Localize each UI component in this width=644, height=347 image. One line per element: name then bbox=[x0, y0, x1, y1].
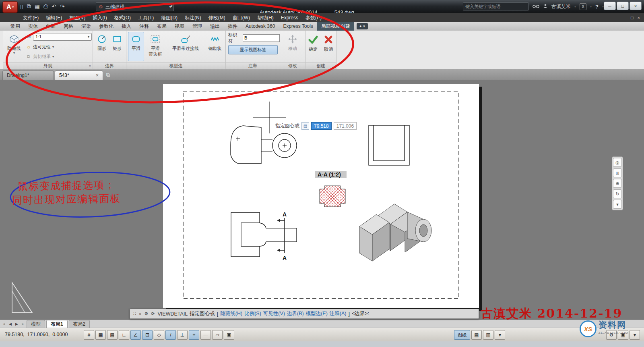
ribbon-tab[interactable]: 管理 bbox=[188, 22, 206, 31]
menu-item[interactable]: 工具(T) bbox=[134, 13, 157, 22]
ribbon-tab[interactable]: 插件 bbox=[224, 22, 242, 31]
coordinate-y-input[interactable]: 171.006 bbox=[334, 122, 357, 130]
ribbon-tab[interactable]: 布局 bbox=[153, 22, 171, 31]
smooth-with-leader-button[interactable]: 平滑带连接线 bbox=[167, 32, 204, 61]
signed-in-user[interactable]: 古滇艾米 bbox=[551, 3, 571, 10]
scale-combo[interactable]: 1:1 ▾ bbox=[33, 33, 92, 41]
recent-commands-icon[interactable]: ⟳ bbox=[151, 311, 155, 316]
tab-layout2[interactable]: 布局2 bbox=[69, 320, 90, 328]
customize-icon[interactable]: ⚙ bbox=[144, 311, 148, 316]
ribbon-tab[interactable]: 网格 bbox=[60, 22, 77, 31]
close-button[interactable]: × bbox=[630, 2, 642, 10]
otrack-toggle[interactable]: / bbox=[165, 330, 176, 340]
show-view-label-toggle[interactable]: 显示视图标签 bbox=[228, 45, 278, 54]
new-drawing-tab-icon[interactable]: ⧉ bbox=[106, 72, 110, 78]
ribbon-tab[interactable]: 视图 bbox=[171, 22, 188, 31]
lineweight-toggle[interactable]: — bbox=[200, 330, 211, 340]
menu-item[interactable]: 标注(N) bbox=[181, 13, 205, 22]
qat-customize-button[interactable]: ▾ bbox=[171, 4, 173, 8]
tab-layout1-active[interactable]: 布局1 bbox=[46, 320, 68, 328]
cancel-button[interactable]: 取消 bbox=[322, 32, 335, 61]
steering-wheel-icon[interactable]: ◎ bbox=[613, 158, 622, 167]
menu-item[interactable]: 绘图(D) bbox=[157, 13, 181, 22]
tray-menu-icon[interactable]: ▾ bbox=[630, 330, 640, 340]
edge-visibility-button[interactable]: ☼ 边可见性 ▾ bbox=[26, 43, 54, 51]
hidden-lines-button[interactable]: 隐藏线 ▾ bbox=[5, 32, 23, 61]
zoom-icon[interactable]: ⊕ bbox=[613, 179, 622, 188]
file-tab-543-active[interactable]: 543* × bbox=[55, 71, 103, 80]
osnap-3d-toggle[interactable]: ◇ bbox=[154, 330, 164, 340]
ribbon-tab[interactable]: Express Tools bbox=[279, 22, 317, 31]
menu-item[interactable]: 修改(M) bbox=[205, 13, 229, 22]
panel-label-appearance[interactable]: 外观 » bbox=[3, 62, 93, 69]
navbar-menu-icon[interactable]: ▾ bbox=[613, 200, 622, 209]
file-tab-drawing1[interactable]: Drawing1* bbox=[2, 71, 54, 80]
coordinate-x-input[interactable]: 79.518 bbox=[311, 122, 332, 130]
model-space-icon[interactable]: ▤ bbox=[471, 330, 482, 340]
menu-item[interactable]: 参数(P) bbox=[302, 13, 325, 22]
infer-constraints-toggle[interactable]: # bbox=[84, 330, 94, 340]
plot-icon[interactable]: ⎙ bbox=[43, 3, 48, 10]
dynamic-input-toggle[interactable]: + bbox=[189, 330, 199, 340]
menu-item[interactable]: 格式(O) bbox=[111, 13, 134, 22]
ducs-toggle[interactable]: ⊥ bbox=[177, 330, 188, 340]
tab-close-icon[interactable]: × bbox=[96, 73, 99, 78]
menu-item[interactable]: Express bbox=[277, 13, 302, 22]
ortho-toggle[interactable]: ∟ bbox=[119, 330, 129, 340]
pan-icon[interactable]: ⊞ bbox=[613, 168, 622, 177]
menu-item[interactable]: 帮助(H) bbox=[254, 13, 277, 22]
layout-icon[interactable]: ▥ bbox=[483, 330, 493, 340]
panel-label-boundary[interactable]: 边界 bbox=[93, 62, 126, 69]
ribbon-tab[interactable]: 渲染 bbox=[77, 22, 95, 31]
paper-space-button[interactable]: 图纸 bbox=[454, 330, 470, 340]
command-option[interactable]: 模型边(E) bbox=[306, 310, 328, 317]
polar-toggle[interactable]: ∠ bbox=[130, 330, 141, 340]
chevron-down-icon[interactable]: ▾ bbox=[495, 330, 505, 340]
menu-item[interactable]: 视图(V) bbox=[66, 13, 89, 22]
panel-label-create[interactable]: 创建 bbox=[305, 62, 336, 69]
binoculars-icon[interactable] bbox=[533, 4, 539, 10]
new-file-icon[interactable]: ▯ bbox=[20, 3, 23, 10]
menu-item[interactable]: 文件(F) bbox=[19, 13, 42, 22]
ribbon-tab-detail-view-creation[interactable]: 局部视图创建 bbox=[317, 22, 354, 31]
command-option[interactable]: 边界(B) bbox=[287, 310, 304, 317]
ribbon-tab[interactable]: 参数化 bbox=[95, 22, 118, 31]
chevron-down-icon[interactable]: ▾ bbox=[574, 5, 576, 8]
chevron-down-icon[interactable]: ▾ bbox=[590, 5, 592, 8]
identifier-input[interactable] bbox=[243, 34, 280, 42]
command-option[interactable]: 注释(A) bbox=[330, 310, 347, 317]
doc-close-icon[interactable]: × bbox=[638, 13, 640, 22]
menu-item[interactable]: 插入(I) bbox=[89, 13, 110, 22]
undo-icon[interactable]: ↶ bbox=[52, 3, 56, 10]
rectangular-boundary-button[interactable]: 矩形 bbox=[110, 32, 124, 61]
redo-icon[interactable]: ↷ bbox=[60, 3, 65, 10]
ribbon-tab[interactable]: 曲面 bbox=[42, 22, 60, 31]
search-input[interactable] bbox=[463, 2, 529, 10]
panel-label-annotation[interactable]: 注释 bbox=[226, 62, 280, 69]
layout-paper[interactable] bbox=[163, 84, 479, 308]
prev-layout-icon[interactable]: ◀ bbox=[7, 322, 13, 326]
orbit-icon[interactable]: ↻ bbox=[613, 189, 622, 198]
panel-launcher-icon[interactable]: » bbox=[89, 62, 91, 69]
quick-properties-toggle[interactable]: ▣ bbox=[224, 330, 234, 340]
open-file-icon[interactable]: ⧉ bbox=[27, 3, 31, 10]
save-icon[interactable]: ▦ bbox=[35, 3, 40, 10]
command-option[interactable]: 可见性(V) bbox=[263, 310, 285, 317]
tab-model[interactable]: 模型 bbox=[27, 320, 45, 328]
first-layout-icon[interactable]: « bbox=[2, 322, 7, 326]
doc-minimize-icon[interactable]: ─ bbox=[623, 13, 627, 22]
snap-toggle[interactable]: ▦ bbox=[95, 330, 106, 340]
circular-boundary-button[interactable]: 圆形 bbox=[95, 32, 109, 61]
panel-label-modify[interactable]: 修改 bbox=[280, 62, 305, 69]
ribbon-tab[interactable]: 实体 bbox=[24, 22, 42, 31]
ribbon-tab[interactable]: 插入 bbox=[118, 22, 135, 31]
menu-item[interactable]: 编辑(E) bbox=[42, 13, 66, 22]
last-layout-icon[interactable]: » bbox=[20, 322, 25, 326]
maximize-button[interactable]: □ bbox=[617, 2, 629, 10]
ok-button[interactable]: 确定 bbox=[306, 32, 320, 61]
close-icon[interactable]: × bbox=[139, 312, 141, 316]
menu-item[interactable]: 窗口(W) bbox=[229, 13, 254, 22]
workspace-dropdown[interactable]: ⚙ 三维建模 ▾ bbox=[96, 2, 174, 11]
command-option[interactable]: 隐藏线(H) bbox=[220, 310, 242, 317]
smooth-with-border-button[interactable]: 平滑 带边框 bbox=[146, 32, 165, 61]
